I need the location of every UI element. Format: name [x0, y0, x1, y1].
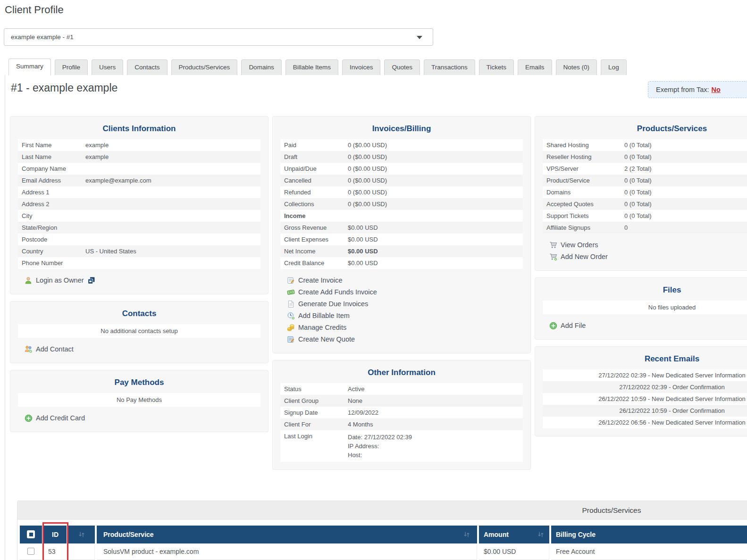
- info-label: Reseller Hosting: [546, 153, 624, 160]
- info-row-address-1: Address 1: [18, 186, 260, 198]
- info-row-country: CountryUS - United States: [18, 245, 260, 257]
- info-row-last-login: Last LoginDate: 27/12/2022 02:39IP Addre…: [280, 430, 523, 462]
- info-value: example: [85, 142, 109, 149]
- info-row-affiliate-signups: Affiliate Signups0: [543, 222, 747, 234]
- info-label: Credit Balance: [284, 259, 348, 267]
- recent-emails-list: 27/12/2022 02:39 - New Dedicated Server …: [543, 369, 747, 428]
- view-orders-link[interactable]: View Orders: [549, 239, 598, 251]
- add-credit-card-link[interactable]: Add Credit Card: [25, 412, 85, 424]
- add-new-order-link[interactable]: Add New Order: [549, 251, 608, 263]
- column-header-product-service[interactable]: Product/Service: [97, 526, 477, 543]
- tab-notes-0[interactable]: Notes (0): [556, 59, 597, 75]
- info-row-support-tickets: Support Tickets0 (0 Total): [543, 210, 747, 222]
- page-title: Client Profile: [5, 4, 747, 16]
- tab-tickets[interactable]: Tickets: [479, 59, 514, 75]
- info-label: Client For: [284, 421, 348, 428]
- tab-domains[interactable]: Domains: [241, 59, 281, 75]
- info-row-net-income: Net Income$0.00 USD: [280, 245, 523, 257]
- info-label: Last Login: [284, 433, 348, 460]
- info-label: Country: [22, 248, 85, 255]
- login-as-owner-link[interactable]: Login as Owner: [25, 275, 95, 286]
- info-label: State/Region: [22, 224, 85, 231]
- create-add-funds-invoice-link[interactable]: Create Add Funds Invoice: [287, 286, 377, 298]
- tab-invoices[interactable]: Invoices: [342, 59, 381, 75]
- info-label: Support Tickets: [546, 212, 624, 219]
- email-item[interactable]: 26/12/2022 10:59 - New Dedicated Server …: [543, 393, 747, 405]
- tab-emails[interactable]: Emails: [518, 59, 552, 75]
- cell-billing-cycle: Free Account: [551, 543, 747, 560]
- panel-title: Pay Methods: [18, 378, 260, 387]
- info-row-reseller-hosting: Reseller Hosting0 (0 Total): [543, 151, 747, 163]
- column-header-id[interactable]: ID: [44, 526, 67, 543]
- create-new-quote-link[interactable]: Create New Quote: [287, 334, 355, 345]
- summary-columns: Clients Information First NameexampleLas…: [5, 116, 747, 493]
- add-contact-link[interactable]: Add Contact: [25, 343, 74, 355]
- tab-products-services[interactable]: Products/Services: [171, 59, 238, 75]
- info-value: 0 ($0.00 USD): [348, 153, 387, 160]
- email-item[interactable]: 27/12/2022 02:39 - New Dedicated Server …: [543, 369, 747, 381]
- info-value: 0 (0 Total): [624, 201, 652, 208]
- cart-icon: [549, 241, 557, 249]
- action-label: Add Credit Card: [36, 414, 85, 422]
- exempt-from-tax-toggle[interactable]: No: [712, 86, 721, 93]
- info-row-client-group: Client GroupNone: [280, 395, 523, 407]
- info-label: VPS/Server: [546, 165, 624, 172]
- tab-summary[interactable]: Summary: [8, 59, 51, 75]
- info-row-client-expenses: Client Expenses$0.00 USD: [280, 234, 523, 245]
- add-file-link[interactable]: Add File: [549, 320, 586, 332]
- info-row-domains: Domains0 (0 Total): [543, 186, 747, 198]
- plus-circle-icon: [25, 414, 33, 422]
- panel-title: Recent Emails: [543, 354, 747, 364]
- tab-contacts[interactable]: Contacts: [127, 59, 167, 75]
- tab-profile[interactable]: Profile: [55, 59, 88, 75]
- email-item[interactable]: 27/12/2022 02:39 - Order Confirmation: [543, 381, 747, 393]
- column-header-billing-cycle[interactable]: Billing Cycle: [551, 526, 747, 543]
- cart-add-icon: [549, 253, 557, 261]
- quote-edit-icon: [287, 335, 295, 343]
- exempt-from-tax-badge: Exempt from Tax:No: [648, 81, 747, 98]
- tab-billable-items[interactable]: Billable Items: [285, 59, 338, 75]
- column-middle: Invoices/Billing Paid0 ($0.00 USD)Draft0…: [272, 116, 531, 476]
- column-right: Products/Services Shared Hosting0 (0 Tot…: [535, 116, 747, 443]
- products-services-table-panel: Products/Services ID Product/Service Amo…: [17, 501, 747, 560]
- cell-amount: $0.00 USD: [479, 543, 549, 560]
- panel-other-information: Other Information StatusActiveClient Gro…: [272, 360, 531, 470]
- action-label: Login as Owner: [36, 276, 84, 284]
- column-header-label: Product/Service: [103, 531, 154, 538]
- info-row-cancelled: Cancelled0 ($0.00 USD): [280, 175, 523, 186]
- email-item[interactable]: 26/12/2022 06:56 - New Dedicated Server …: [543, 417, 747, 428]
- add-billable-item-link[interactable]: Add Billable Item: [287, 310, 350, 322]
- create-invoice-link[interactable]: Create Invoice: [287, 275, 343, 286]
- client-selector-dropdown[interactable]: example example - #1: [4, 28, 433, 46]
- cell-product-service[interactable]: SolusVM product - example.com: [97, 543, 477, 560]
- invoices-billing-table: Paid0 ($0.00 USD)Draft0 ($0.00 USD)Unpai…: [280, 139, 523, 269]
- info-label: Income: [284, 212, 348, 219]
- info-row-signup-date: Signup Date12/09/2022: [280, 407, 523, 418]
- column-header-label: Billing Cycle: [556, 531, 596, 538]
- tab-transactions[interactable]: Transactions: [424, 59, 475, 75]
- column-header-amount[interactable]: Amount: [479, 526, 549, 543]
- row-checkbox[interactable]: [27, 548, 34, 555]
- info-label: Address 2: [22, 201, 85, 208]
- info-row-address-2: Address 2: [18, 198, 260, 210]
- tab-users[interactable]: Users: [92, 59, 123, 75]
- action-label: Add File: [561, 322, 586, 329]
- info-label: Postcode: [22, 236, 85, 243]
- tab-log[interactable]: Log: [601, 59, 627, 75]
- generate-due-invoices-link[interactable]: Generate Due Invoices: [287, 298, 368, 310]
- info-label: Client Group: [284, 397, 348, 404]
- column-header-id-sort[interactable]: [68, 526, 95, 543]
- info-value: $0.00 USD: [348, 248, 378, 255]
- action-label: Add Billable Item: [298, 312, 350, 319]
- tab-bar: SummaryProfileUsersContactsProducts/Serv…: [0, 59, 747, 75]
- tab-quotes[interactable]: Quotes: [384, 59, 420, 75]
- info-row-refunded: Refunded0 ($0.00 USD): [280, 186, 523, 198]
- info-value: 0: [624, 224, 628, 231]
- info-label: Affiliate Signups: [546, 224, 624, 231]
- manage-credits-link[interactable]: Manage Credits: [287, 322, 346, 334]
- products-services-table: Shared Hosting0 (0 Total)Reseller Hostin…: [543, 139, 747, 234]
- info-value: example: [85, 153, 109, 160]
- other-information-table: StatusActiveClient GroupNoneSignup Date1…: [280, 383, 523, 462]
- email-item[interactable]: 26/12/2022 10:59 - Order Confirmation: [543, 405, 747, 417]
- select-all-checkbox[interactable]: [27, 530, 35, 538]
